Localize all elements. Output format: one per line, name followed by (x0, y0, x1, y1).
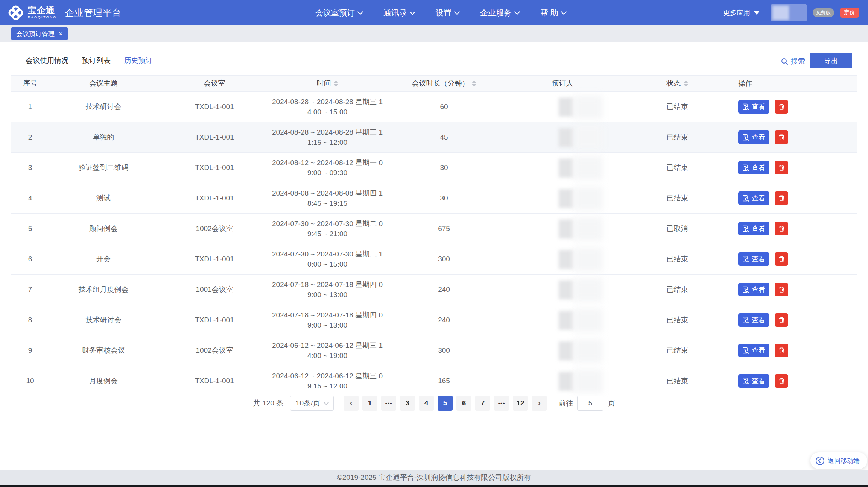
cell-duration: 240 (384, 275, 504, 305)
close-icon[interactable]: × (59, 30, 63, 37)
cell-booker (504, 183, 621, 213)
sort-descending-icon[interactable] (472, 84, 476, 87)
nav-menu-item[interactable]: 帮 助 (540, 8, 566, 18)
page-number-button[interactable]: 7 (475, 396, 490, 411)
main-nav: 会议室预订 通讯录 设置 企业服务 帮 助 (315, 0, 566, 25)
page-number-button[interactable]: 4 (419, 396, 434, 411)
cell-actions: 查看 (734, 244, 857, 274)
redacted-booker-name (573, 187, 603, 210)
view-button[interactable]: 查看 (738, 191, 769, 205)
next-page-button[interactable]: › (532, 396, 547, 411)
sort-descending-icon[interactable] (334, 84, 338, 87)
cell-index: 10 (11, 366, 49, 396)
view-button-label: 查看 (752, 102, 765, 111)
trash-icon (778, 164, 785, 171)
view-button[interactable]: 查看 (738, 222, 769, 235)
goto-page-input[interactable] (577, 396, 603, 411)
table-row: 8 技术研讨会 TXDL-1-001 2024-07-18 ~ 2024-07-… (11, 305, 857, 335)
nav-menu-item[interactable]: 通讯录 (383, 8, 415, 18)
chevron-down-icon (514, 9, 520, 15)
cell-time: 2024-07-30 ~ 2024-07-30 星期二 10:00 ~ 15:0… (271, 244, 384, 274)
search-label: 搜索 (791, 56, 805, 66)
sort-ascending-icon[interactable] (684, 80, 688, 83)
pricing-badge[interactable]: 定价 (840, 8, 859, 18)
cell-index: 4 (11, 183, 49, 213)
view-button[interactable]: 查看 (738, 283, 769, 296)
cell-status: 已结束 (621, 153, 734, 183)
view-button[interactable]: 查看 (738, 161, 769, 174)
delete-button[interactable] (775, 374, 788, 388)
table-row: 4 测试 TXDL-1-001 2024-08-08 ~ 2024-08-08 … (11, 183, 857, 214)
sort-ascending-icon[interactable] (334, 80, 338, 83)
tab[interactable]: 预订列表 (82, 56, 111, 65)
sort-ascending-icon[interactable] (472, 80, 476, 83)
tab[interactable]: 会议使用情况 (26, 56, 68, 65)
tab[interactable]: 历史预订 (124, 56, 153, 65)
page-number-button[interactable]: 6 (456, 396, 471, 411)
view-button[interactable]: 查看 (738, 374, 769, 388)
cell-actions: 查看 (734, 153, 857, 183)
table-column-header: 会议主题 (49, 79, 158, 88)
export-button[interactable]: 导出 (810, 53, 852, 68)
chevron-down-icon (357, 9, 363, 15)
view-button[interactable]: 查看 (738, 252, 769, 266)
cell-actions: 查看 (734, 214, 857, 244)
nav-menu-item[interactable]: 设置 (436, 8, 459, 18)
cell-time: 2024-08-28 ~ 2024-08-28 星期三 14:00 ~ 15:0… (271, 92, 384, 122)
open-tabs-bar: 会议预订管理 × (0, 25, 868, 42)
cell-actions: 查看 (734, 92, 857, 122)
table-row: 7 技术组月度例会 1001会议室 2024-07-18 ~ 2024-07-1… (11, 275, 857, 305)
more-apps-menu[interactable]: 更多应用 (723, 8, 760, 17)
back-to-mobile-label: 返回移动端 (828, 457, 860, 465)
nav-menu-label: 设置 (436, 8, 451, 18)
sort-carets[interactable] (684, 80, 688, 87)
delete-button[interactable] (775, 344, 788, 357)
delete-button[interactable] (775, 100, 788, 114)
cell-duration: 240 (384, 305, 504, 335)
sort-descending-icon[interactable] (684, 84, 688, 87)
view-button[interactable]: 查看 (738, 100, 769, 114)
page-number-button[interactable]: 5 (438, 396, 453, 411)
cell-meeting-room: 1002会议室 (158, 335, 271, 366)
view-button[interactable]: 查看 (738, 313, 769, 327)
cell-meeting-topic: 财务审核会议 (49, 335, 158, 366)
more-pages-button[interactable]: ••• (381, 396, 396, 411)
delete-button[interactable] (775, 283, 788, 296)
view-button[interactable]: 查看 (738, 344, 769, 357)
delete-button[interactable] (775, 313, 788, 327)
redacted-booker-avatar (559, 220, 574, 238)
view-button-label: 查看 (752, 316, 765, 325)
nav-menu-item[interactable]: 企业服务 (480, 8, 519, 18)
tag-label: 会议预订管理 (16, 30, 55, 38)
cell-duration: 30 (384, 153, 504, 183)
column-header-label: 状态 (667, 79, 681, 88)
delete-button[interactable] (775, 161, 788, 174)
more-pages-button[interactable]: ••• (494, 396, 509, 411)
redacted-booker-avatar (559, 281, 574, 299)
delete-button[interactable] (775, 130, 788, 144)
page-size-select[interactable]: 10条/页 (290, 396, 334, 411)
nav-menu-item[interactable]: 会议室预订 (315, 8, 362, 18)
table-header-row: 序号 会议主题 会议室 时间 会议时长（分钟） 预订人 状态 操作 (11, 75, 857, 92)
cell-index: 8 (11, 305, 49, 335)
back-to-mobile-button[interactable]: 返回移动端 (810, 452, 867, 469)
previous-page-button[interactable]: ‹ (344, 396, 359, 411)
page-number-button[interactable]: 12 (513, 396, 528, 411)
tag-meeting-booking-management[interactable]: 会议预订管理 × (11, 27, 68, 40)
sort-carets[interactable] (472, 80, 476, 87)
delete-button[interactable] (775, 191, 788, 205)
page-number-button[interactable]: 1 (362, 396, 377, 411)
chevron-down-icon (454, 9, 460, 15)
cell-booker (504, 366, 621, 396)
sort-carets[interactable] (334, 80, 338, 87)
search-button[interactable]: 搜索 (781, 56, 805, 66)
brand-subtitle: BAOQITONG (28, 16, 57, 19)
page-number-button[interactable]: 3 (400, 396, 415, 411)
cell-booker (504, 244, 621, 274)
column-header-label: 预订人 (552, 79, 573, 88)
delete-button[interactable] (775, 222, 788, 235)
document-search-icon (742, 317, 749, 324)
delete-button[interactable] (775, 252, 788, 266)
view-button[interactable]: 查看 (738, 130, 769, 144)
triangle-down-icon (754, 11, 760, 15)
